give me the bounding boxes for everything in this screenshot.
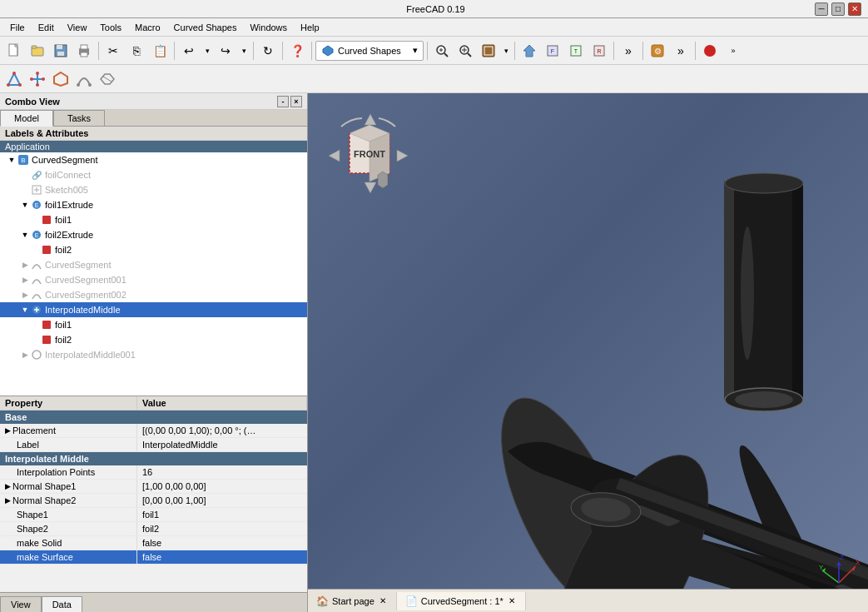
combo-close-button[interactable]: × xyxy=(290,96,302,107)
workbench-dropdown[interactable]: Curved Shapes xyxy=(315,41,424,61)
cut-button[interactable]: ✂ xyxy=(102,40,124,62)
more-views-button[interactable]: » xyxy=(618,40,639,62)
normal-shape2-expand-icon[interactable]: ▶ xyxy=(5,496,11,505)
tree-icon-link: 🔗 xyxy=(30,168,43,182)
svg-marker-40 xyxy=(54,72,67,86)
undo-button[interactable]: ↩ xyxy=(178,40,200,62)
wb-icon5[interactable] xyxy=(97,68,118,90)
copy-button[interactable]: ⎘ xyxy=(126,40,147,62)
view-right-button[interactable]: R xyxy=(588,40,610,62)
tree-item-curved-segment002[interactable]: ▶ CurvedSegment002 xyxy=(0,287,307,302)
view-front-button[interactable]: F xyxy=(542,40,563,62)
prop-row-make-solid[interactable]: make Solid false xyxy=(0,536,307,550)
menu-windows[interactable]: Windows xyxy=(243,21,294,34)
tree-item-foil1extrude[interactable]: ▼ E foil1Extrude xyxy=(0,197,307,212)
tree-arrow-root[interactable]: ▼ xyxy=(7,156,17,164)
tab-model[interactable]: Model xyxy=(0,110,53,127)
tree-icon-foil1extrude: E xyxy=(30,198,43,211)
wb-icon2[interactable] xyxy=(27,68,48,90)
menu-view[interactable]: View xyxy=(61,21,94,34)
normal-shape1-expand-icon[interactable]: ▶ xyxy=(5,482,11,490)
draw-style-button[interactable] xyxy=(478,40,499,62)
tree-item-foil2extrude[interactable]: ▼ E foil2Extrude xyxy=(0,227,307,242)
tree-view[interactable]: ▼ B CurvedSegment 🔗 foilConnect xyxy=(0,152,307,396)
prop-row-shape1[interactable]: Shape1 foil1 xyxy=(0,508,307,522)
tree-label-sketch005: Sketch005 xyxy=(45,185,88,195)
prop-row-placement[interactable]: ▶ Placement [(0,00 0,00 1,00); 0,00 °; (… xyxy=(0,424,307,438)
draw-style-dropdown[interactable]: ▾ xyxy=(501,40,511,62)
prop-name-shape2: Shape2 xyxy=(0,522,137,535)
redo-dropdown[interactable]: ▾ xyxy=(238,40,250,62)
menu-help[interactable]: Help xyxy=(294,21,326,34)
refresh-button[interactable]: ↻ xyxy=(257,40,279,62)
bottom-tab-view[interactable]: View xyxy=(0,596,42,612)
tree-label-foil1: foil1 xyxy=(55,215,72,225)
tree-arrow-foil1extrude[interactable]: ▼ xyxy=(20,201,30,209)
wb-icon4[interactable] xyxy=(73,68,95,90)
tree-item-foil2[interactable]: foil2 xyxy=(0,242,307,257)
prop-row-shape2[interactable]: Shape2 foil2 xyxy=(0,522,307,536)
prop-name-placement: ▶ Placement xyxy=(0,424,137,437)
svg-rect-10 xyxy=(81,52,87,57)
tree-item-foil1[interactable]: foil1 xyxy=(0,212,307,227)
property-table[interactable]: Base ▶ Placement [(0,00 0,00 1,00); 0,00… xyxy=(0,410,307,592)
combo-float-button[interactable]: - xyxy=(277,96,289,107)
tree-label-foil-connect: foilConnect xyxy=(45,170,91,180)
zoom-fit-button[interactable] xyxy=(431,40,453,62)
prop-value-placement: [(0,00 0,00 1,00); 0,00 °; (… xyxy=(137,424,307,437)
tree-item-im-foil1[interactable]: foil1 xyxy=(0,317,307,332)
tree-item-curved-segment2[interactable]: ▶ CurvedSegment xyxy=(0,257,307,272)
tree-icon-foil2 xyxy=(40,243,53,256)
workbench-label: Curved Shapes xyxy=(338,46,409,56)
tree-item-im-foil2[interactable]: foil2 xyxy=(0,332,307,347)
zoom-in-button[interactable] xyxy=(454,40,476,62)
tree-arrow-interpolated[interactable]: ▼ xyxy=(20,306,30,314)
wb-icon3[interactable] xyxy=(50,68,72,90)
open-button[interactable] xyxy=(27,40,48,62)
stop-more-button[interactable]: » xyxy=(722,40,744,62)
print-button[interactable] xyxy=(73,40,95,62)
curved-segment-close[interactable]: ✕ xyxy=(507,596,517,606)
minimize-button[interactable]: ─ xyxy=(815,2,828,16)
undo-dropdown[interactable]: ▾ xyxy=(201,40,213,62)
start-page-close[interactable]: ✕ xyxy=(378,596,388,606)
prop-row-normal-shape2[interactable]: ▶ Normal Shape2 [0,00 0,00 1,00] xyxy=(0,494,307,508)
tab-tasks[interactable]: Tasks xyxy=(53,110,105,126)
menu-macro[interactable]: Macro xyxy=(128,21,167,34)
tree-item-foil-connect[interactable]: 🔗 foilConnect xyxy=(0,167,307,182)
view-home-button[interactable] xyxy=(518,40,540,62)
maximize-button[interactable]: □ xyxy=(831,2,845,16)
tree-label-curved-segment002: CurvedSegment002 xyxy=(45,290,126,300)
prop-section-interpolated-middle: Interpolated Middle xyxy=(0,452,307,465)
help-button[interactable]: ❓ xyxy=(286,40,308,62)
prop-row-make-surface[interactable]: make Surface false xyxy=(0,550,307,565)
addon-icon1[interactable]: ⚙ xyxy=(647,40,668,62)
prop-row-label[interactable]: Label InterpolatedMiddle xyxy=(0,438,307,452)
tree-item-interpolated-middle[interactable]: ▼ InterpolatedMiddle xyxy=(0,302,307,317)
vp-tab-start-page[interactable]: 🏠 Start page ✕ xyxy=(308,592,397,610)
tree-item-curved-segment001[interactable]: ▶ CurvedSegment001 xyxy=(0,272,307,287)
redo-button[interactable]: ↪ xyxy=(215,40,236,62)
tree-item-curved-segment-root[interactable]: ▼ B CurvedSegment xyxy=(0,152,307,167)
menu-curved-shapes[interactable]: Curved Shapes xyxy=(167,21,244,34)
viewport-3d[interactable]: FRONT xyxy=(308,93,868,612)
prop-row-normal-shape1[interactable]: ▶ Normal Shape1 [1,00 0,00 0,00] xyxy=(0,480,307,494)
new-button[interactable] xyxy=(3,40,25,62)
menu-tools[interactable]: Tools xyxy=(93,21,128,34)
stop-macro-button[interactable] xyxy=(699,40,721,62)
prop-row-interpolation-points[interactable]: Interpolation Points 16 xyxy=(0,465,307,480)
more-addons-button[interactable]: » xyxy=(670,40,692,62)
tree-arrow-foil2extrude[interactable]: ▼ xyxy=(20,231,30,239)
vp-tab-curved-segment[interactable]: 📄 CurvedSegment : 1* ✕ xyxy=(397,592,526,610)
tree-item-sketch005[interactable]: Sketch005 xyxy=(0,182,307,197)
wb-icon1[interactable] xyxy=(3,68,25,90)
paste-button[interactable]: 📋 xyxy=(149,40,171,62)
menu-edit[interactable]: Edit xyxy=(32,21,61,34)
tree-item-interpolated-middle001[interactable]: ▶ InterpolatedMiddle001 xyxy=(0,347,307,362)
placement-expand-icon[interactable]: ▶ xyxy=(5,426,11,435)
menu-file[interactable]: File xyxy=(3,21,32,34)
view-top-button[interactable]: T xyxy=(565,40,587,62)
close-button[interactable]: ✕ xyxy=(848,2,861,16)
bottom-tab-data[interactable]: Data xyxy=(42,596,82,612)
save-button[interactable] xyxy=(50,40,72,62)
